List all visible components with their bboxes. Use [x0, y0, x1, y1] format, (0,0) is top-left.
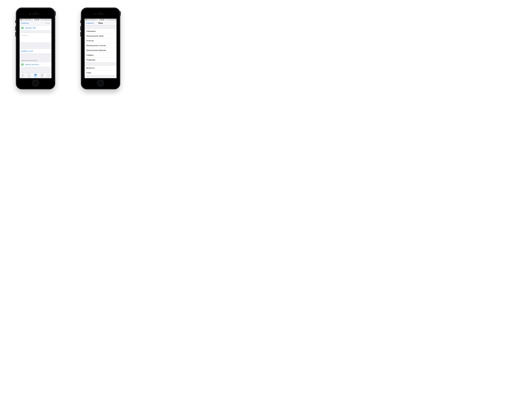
- location-icon: [107, 19, 108, 20]
- field-option-label: Суффикс: [86, 53, 116, 57]
- done-button[interactable]: Готово: [45, 22, 51, 24]
- cancel-button[interactable]: Отменить: [21, 22, 29, 24]
- status-bar: MTS RUS LTE 12:30 AM: [20, 19, 52, 21]
- field-option-label: Произношение отчества: [86, 43, 116, 48]
- compass-icon: [106, 19, 107, 20]
- add-field-label: Добавить поле: [21, 49, 52, 53]
- carrier-label: MTS RUS: [90, 19, 96, 20]
- signal-strength-icon: [85, 19, 90, 20]
- tab-contacts[interactable]: Контакты: [32, 73, 39, 78]
- linked-contacts-header: СВЯЗАННЫЕ КОНТАКТЫ: [20, 59, 52, 62]
- tab-label: Клавиши: [40, 76, 44, 77]
- field-option-label: Отчество: [86, 39, 116, 43]
- tab-voicemail[interactable]: Автоответч.: [45, 73, 52, 78]
- notes-placeholder: Заметки: [21, 33, 52, 38]
- battery-icon: [113, 19, 116, 20]
- location-icon: [42, 19, 43, 20]
- plus-icon: [21, 63, 24, 66]
- alarm-icon: [44, 19, 45, 20]
- field-option-row[interactable]: Произношение фамилии: [85, 48, 116, 53]
- field-option-row[interactable]: Суффикс: [85, 53, 116, 58]
- battery-icon: [48, 19, 51, 20]
- compass-icon: [41, 19, 42, 20]
- add-ims-label: добавить IMS: [25, 26, 52, 30]
- signal-strength-icon: [20, 19, 25, 20]
- field-option-label: Произношение имени: [86, 34, 116, 38]
- battery-percent-label: 55 %: [45, 19, 48, 20]
- tab-label: Автоответч.: [46, 76, 51, 77]
- network-label: LTE: [31, 19, 33, 20]
- field-option-label: Обращение: [86, 29, 116, 34]
- field-option-label: Произношение фамилии: [86, 48, 116, 53]
- field-option-row[interactable]: Псевдоним: [85, 58, 116, 62]
- tab-label: Избранное: [20, 76, 25, 77]
- field-option-row[interactable]: Отдел: [85, 70, 116, 75]
- phone-right: MTS RUS LTE 12:30 AM: [81, 8, 120, 89]
- nav-bar: Отменить Поле: [85, 21, 116, 26]
- add-ims-row[interactable]: добавить IMS: [20, 26, 52, 30]
- field-option-label: Отдел: [86, 70, 116, 75]
- clock: 12:30 AM: [34, 19, 39, 20]
- contact-icon: [34, 74, 37, 76]
- field-option-row[interactable]: Должность: [85, 66, 116, 70]
- field-option-row[interactable]: Произношение имени: [85, 34, 116, 38]
- phone-left: MTS RUS LTE 12:30 AM: [16, 8, 55, 89]
- tab-keypad[interactable]: Клавиши: [39, 73, 45, 78]
- voicemail-icon: [47, 74, 50, 76]
- field-option-label: Псевдоним: [86, 58, 116, 62]
- tab-recents[interactable]: Недавние: [26, 73, 32, 78]
- battery-percent-label: 55 %: [110, 19, 113, 20]
- star-icon: [21, 74, 24, 76]
- link-contacts-label: связать контакты…: [25, 62, 52, 67]
- tab-label: Недавние: [27, 76, 31, 77]
- home-button[interactable]: [98, 80, 104, 86]
- nav-bar: Отменить Готово: [20, 21, 52, 26]
- notes-row[interactable]: Заметки: [20, 33, 52, 42]
- svg-point-4: [35, 74, 36, 75]
- carrier-label: MTS RUS: [25, 19, 31, 20]
- field-option-row[interactable]: Произношение отчества: [85, 43, 116, 48]
- field-option-label: Должность: [86, 66, 116, 70]
- clock: 12:30 AM: [99, 19, 104, 20]
- status-bar: MTS RUS LTE 12:30 AM: [85, 19, 116, 21]
- tab-bar: Избранное Недавние Контакты: [20, 73, 52, 78]
- add-field-row[interactable]: Добавить поле: [20, 49, 52, 53]
- clock-icon: [28, 74, 31, 76]
- field-option-row[interactable]: Обращение: [85, 29, 116, 34]
- cancel-button[interactable]: Отменить: [86, 22, 94, 24]
- plus-icon: [21, 27, 24, 29]
- field-option-row[interactable]: Отчество: [85, 38, 116, 43]
- keypad-icon: [41, 74, 43, 76]
- home-button[interactable]: [32, 80, 39, 86]
- network-label: LTE: [96, 19, 98, 20]
- link-contacts-row[interactable]: связать контакты…: [20, 62, 52, 67]
- tab-favorites[interactable]: Избранное: [20, 73, 26, 78]
- alarm-icon: [109, 19, 110, 20]
- tab-label: Контакты: [34, 76, 38, 77]
